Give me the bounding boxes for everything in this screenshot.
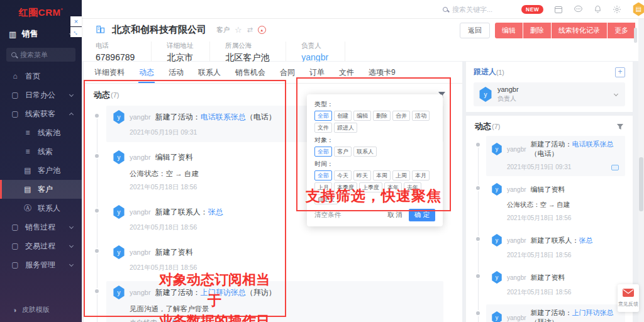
filter-chip[interactable]: 跟进人 <box>334 123 357 133</box>
avatar[interactable]: ▤ <box>632 3 644 16</box>
timeline-link[interactable]: 张总 <box>208 208 223 216</box>
back-button[interactable]: 返回 <box>460 23 490 38</box>
tab[interactable]: 合同 <box>279 65 296 83</box>
transfer-icon[interactable]: ⇄ <box>247 26 253 34</box>
timeline-link[interactable]: 上门拜访张总 <box>572 309 614 316</box>
window-scrollbar[interactable] <box>638 19 644 322</box>
action-button[interactable]: 删除 <box>523 23 551 38</box>
filter-chip[interactable]: 本月 <box>412 170 430 180</box>
timeline-user: yangbr <box>507 237 526 244</box>
sidebar-nav-item[interactable]: ▢ 服务管理 <box>0 255 82 274</box>
filter-funnel-icon[interactable] <box>616 123 624 130</box>
sidebar-item-label: 线索 <box>38 147 53 157</box>
timeline-link[interactable]: 上门拜访张总 <box>201 288 246 297</box>
comment-icon[interactable] <box>611 165 619 170</box>
timeline-action: 新建了活动：上门拜访张总（拜访） <box>155 287 276 298</box>
timeline-dot <box>95 289 99 293</box>
tab[interactable]: 销售机会 <box>235 65 266 83</box>
filter-chip[interactable]: 本周 <box>373 170 391 180</box>
timeline-item: y yangbr 编辑了资料 公海状态：空 → 自建 2021年05月18日 1… <box>486 179 625 227</box>
filter-chip[interactable]: 编辑 <box>353 111 371 121</box>
timeline-item: y yangbr 新建了资料 2021年05月18日 18:56 <box>106 241 443 277</box>
sidebar-nav-item[interactable]: ▢ 线索获客 <box>0 104 82 123</box>
global-search-input[interactable] <box>452 6 521 13</box>
sidebar-nav-item[interactable]: ▢ 日常办公 <box>0 86 82 104</box>
calendar-icon[interactable] <box>554 5 563 14</box>
follower-row[interactable]: y yangbr 负责人 <box>474 82 625 106</box>
bell-icon[interactable] <box>594 5 602 14</box>
sidebar-nav-item[interactable]: ≡ 线索池 <box>0 123 82 142</box>
sidebar-search-input[interactable]: 搜索菜单 <box>6 48 75 62</box>
filter-chip[interactable]: 今天 <box>334 170 352 180</box>
filter-chip[interactable]: 全部 <box>314 170 332 180</box>
action-button[interactable]: 线索转化记录 <box>552 23 607 38</box>
skin-template-button[interactable]: ◑ 皮肤模版 <box>0 305 82 314</box>
tab[interactable]: 文件 <box>338 65 355 83</box>
field-row: 电话 67896789 详细地址 北京市 所属公海 北区客户池 负责人 yang… <box>96 42 634 64</box>
sidebar-nav-item[interactable]: ▤ 客户 <box>0 180 82 199</box>
star-icon[interactable]: ☆ <box>235 25 242 35</box>
scrollbar-thumb[interactable] <box>639 157 643 211</box>
tab[interactable]: 选项卡9 <box>368 65 396 83</box>
filter-chip[interactable]: 昨天 <box>353 170 371 180</box>
filter-type-label: 类型： <box>314 100 435 109</box>
filter-chip[interactable]: 本年 <box>384 182 402 192</box>
global-search[interactable] <box>443 6 521 13</box>
tab[interactable]: 联系人 <box>197 65 221 83</box>
timeline-user: yangbr <box>130 153 151 161</box>
workspace-switcher[interactable]: ▥ 销售 <box>0 24 82 44</box>
filter-chip[interactable]: 自定义 <box>314 194 338 204</box>
filter-chip[interactable]: 活动 <box>412 111 430 121</box>
filter-chip[interactable]: 文件 <box>314 123 332 133</box>
sidebar-nav-item[interactable]: Ⓐ 联系人 <box>0 199 82 218</box>
timeline-link[interactable]: 张总 <box>579 236 593 244</box>
filter-chip[interactable]: 创建 <box>334 111 352 121</box>
tab[interactable]: 活动 <box>168 65 184 83</box>
panel-scrollbar-thumb[interactable] <box>634 28 637 43</box>
timeline-link[interactable]: 电话联系张总 <box>572 140 614 148</box>
tab[interactable]: 详细资料 <box>94 65 125 83</box>
highsea-icon[interactable]: ▴ <box>258 26 266 34</box>
chevron-down-icon <box>614 91 618 96</box>
sidebar-nav-item[interactable]: ▢ 销售过程 <box>0 218 82 236</box>
source-link[interactable]: 张总 <box>164 319 178 322</box>
add-follower-button[interactable]: + <box>615 67 625 77</box>
confirm-button[interactable]: 确 定 <box>409 209 435 221</box>
filter-chip[interactable]: 合并 <box>392 111 410 121</box>
tab[interactable]: 动态 <box>138 65 155 83</box>
filter-chip[interactable]: 全部 <box>314 147 332 157</box>
timeline-user: yangbr <box>507 146 526 153</box>
filter-chip[interactable]: 上周 <box>392 170 410 180</box>
timeline-dot <box>476 311 480 315</box>
sidebar-item-label: 客户池 <box>38 165 60 176</box>
cancel-button[interactable]: 取 消 <box>387 211 402 219</box>
sidebar-nav-item[interactable]: ⌂ 首页 <box>0 67 82 86</box>
feedback-button[interactable]: 意见反馈 <box>618 284 639 312</box>
timeline-action: 新建了联系人：张总 <box>531 236 593 245</box>
tab[interactable]: 订单 <box>309 65 325 83</box>
action-button[interactable]: 编辑 <box>495 23 523 38</box>
filter-chip[interactable]: 联系人 <box>353 147 377 157</box>
timeline-link[interactable]: 电话联系张总 <box>201 113 246 121</box>
filter-chip[interactable]: 本季度 <box>334 182 357 192</box>
timeline-action: 编辑了资料 <box>531 185 565 194</box>
chevron-icon <box>69 113 74 117</box>
filter-chip[interactable]: 上季度 <box>359 182 382 192</box>
chat-icon[interactable] <box>574 5 583 13</box>
sidebar-nav-item[interactable]: ▢ 交易过程 <box>0 236 82 255</box>
gear-icon[interactable] <box>613 5 621 14</box>
sidebar-nav-item[interactable]: ▤ 客户池 <box>0 161 82 180</box>
sidebar-nav-item[interactable]: ≡ 线索 <box>0 142 82 161</box>
action-button[interactable]: 更多 <box>608 23 635 38</box>
filter-chip[interactable]: 去年 <box>404 182 421 192</box>
filter-chip[interactable]: 客户 <box>334 147 352 157</box>
filter-chip[interactable]: 上月 <box>314 182 332 192</box>
followers-card: 跟进人 (1) + y yangbr 负责人 <box>466 62 633 112</box>
clear-conditions-button[interactable]: 清空条件 <box>314 211 341 219</box>
filter-chip[interactable]: 删除 <box>373 111 391 121</box>
timeline-action: 新建了活动：上门拜访张总（拜访） <box>531 308 620 322</box>
resize-icon[interactable]: ↔ <box>70 27 82 37</box>
close-icon[interactable]: × <box>70 16 82 26</box>
object-chips: 全部 客户 联系人 <box>314 147 435 157</box>
filter-chip[interactable]: 全部 <box>314 111 332 121</box>
